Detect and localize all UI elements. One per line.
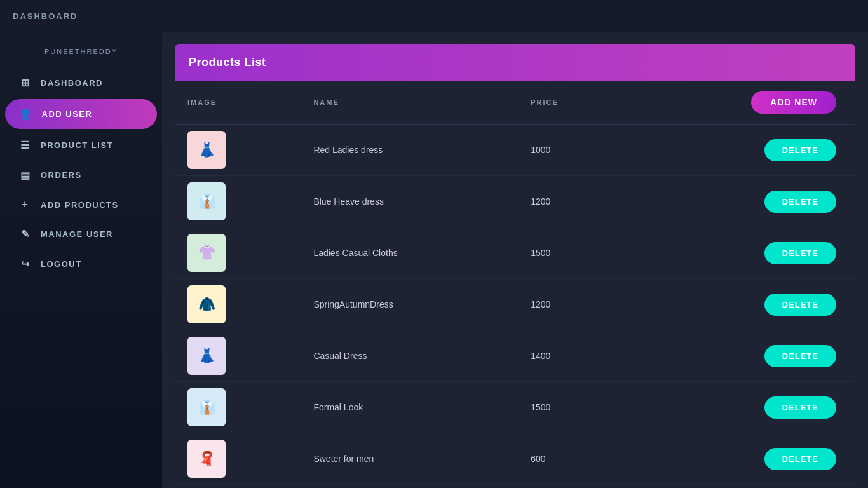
dashboard-icon: ⊞ xyxy=(19,77,32,89)
product-price: 1000 xyxy=(518,125,623,176)
product-price: 1500 xyxy=(518,382,623,433)
product-action-cell: DELETE xyxy=(623,433,855,485)
product-name: Ladies Casual Cloths xyxy=(301,227,518,279)
product-image-cell: 👗 xyxy=(175,125,301,176)
product-image-cell: 👗 xyxy=(175,330,301,382)
product-image-cell: 🧥 xyxy=(175,279,301,330)
sidebar-item-dashboard[interactable]: ⊞ DASHBOARD xyxy=(0,68,162,98)
sidebar-item-logout[interactable]: ↪ LOGOUT xyxy=(0,249,162,279)
delete-button[interactable]: DELETE xyxy=(764,139,836,161)
delete-button[interactable]: DELETE xyxy=(764,396,836,419)
product-action-cell: DELETE xyxy=(623,279,855,330)
product-image-cell: 👔 xyxy=(175,382,301,433)
col-name: NAME xyxy=(301,81,518,125)
col-action: ADD NEW xyxy=(623,81,855,125)
sidebar-item-add-user[interactable]: 👤 ADD USER xyxy=(5,99,157,129)
delete-button[interactable]: DELETE xyxy=(764,294,836,316)
product-action-cell: DELETE xyxy=(623,330,855,382)
main-layout: PUNEETHREDDY ⊞ DASHBOARD 👤 ADD USER ☰ PR… xyxy=(0,32,868,488)
sidebar-item-product-list[interactable]: ☰ PRODUCT LIST xyxy=(0,130,162,160)
delete-button[interactable]: DELETE xyxy=(764,242,836,264)
product-thumbnail: 🧥 xyxy=(187,285,226,323)
sidebar-item-manage-user-label: MANAGE USER xyxy=(41,229,113,239)
table-row: 👔Blue Heave dress1200DELETE xyxy=(175,176,855,227)
sidebar-item-add-user-label: ADD USER xyxy=(42,109,93,119)
product-action-cell: DELETE xyxy=(623,176,855,227)
sidebar-item-dashboard-label: DASHBOARD xyxy=(41,78,103,88)
product-price: 1400 xyxy=(518,330,623,382)
product-price: 1200 xyxy=(518,176,623,227)
sidebar-item-add-products-label: ADD PRODUCTS xyxy=(41,200,119,210)
product-price xyxy=(518,485,623,489)
sidebar-item-manage-user[interactable]: ✎ MANAGE USER xyxy=(0,219,162,249)
product-name: Blue Heave dress xyxy=(301,176,518,227)
sidebar-item-orders-label: ORDERS xyxy=(41,170,82,180)
sidebar-username: PUNEETHREDDY xyxy=(0,38,162,68)
product-price: 1200 xyxy=(518,279,623,330)
product-name: Casual Dress xyxy=(301,330,518,382)
add-products-icon: + xyxy=(19,199,32,210)
products-card: Products List IMAGE NAME PRICE ADD NEW 👗… xyxy=(175,44,855,488)
product-name: ... xyxy=(301,485,518,489)
product-thumbnail: 👔 xyxy=(187,388,226,426)
table-row: 🧥SpringAutumnDress1200DELETE xyxy=(175,279,855,330)
manage-user-icon: ✎ xyxy=(19,228,32,240)
table-row: 👔Formal Look1500DELETE xyxy=(175,382,855,433)
card-header: Products List xyxy=(175,44,855,81)
products-table: IMAGE NAME PRICE ADD NEW 👗Red Ladies dre… xyxy=(175,81,855,488)
sidebar-item-logout-label: LOGOUT xyxy=(41,259,82,269)
table-row: 🧣Sweter for men600DELETE xyxy=(175,433,855,485)
product-thumbnail: 🧣 xyxy=(187,440,226,478)
product-price: 600 xyxy=(518,433,623,485)
product-image-cell: 👕 xyxy=(175,485,301,489)
sidebar-item-product-list-label: PRODUCT LIST xyxy=(41,140,113,150)
table-row: 👗Casual Dress1400DELETE xyxy=(175,330,855,382)
sidebar-item-add-products[interactable]: + ADD PRODUCTS xyxy=(0,190,162,219)
product-thumbnail: 👗 xyxy=(187,131,226,169)
table-row: 👗Red Ladies dress1000DELETE xyxy=(175,125,855,176)
sidebar-item-orders[interactable]: ▤ ORDERS xyxy=(0,160,162,190)
content-area: Products List IMAGE NAME PRICE ADD NEW 👗… xyxy=(162,32,868,488)
delete-button[interactable]: DELETE xyxy=(764,448,836,470)
product-action-cell xyxy=(623,485,855,489)
table-row: 👕... xyxy=(175,485,855,489)
list-icon: ☰ xyxy=(19,139,32,151)
product-thumbnail: 👚 xyxy=(187,234,226,272)
product-image-cell: 🧣 xyxy=(175,433,301,485)
product-name: Sweter for men xyxy=(301,433,518,485)
product-action-cell: DELETE xyxy=(623,382,855,433)
logout-icon: ↪ xyxy=(19,258,32,270)
product-name: Formal Look xyxy=(301,382,518,433)
product-action-cell: DELETE xyxy=(623,227,855,279)
product-image-cell: 👔 xyxy=(175,176,301,227)
topbar: DASHBOARD xyxy=(0,0,868,32)
product-action-cell: DELETE xyxy=(623,125,855,176)
topbar-title: DASHBOARD xyxy=(13,11,78,21)
table-row: 👚Ladies Casual Cloths1500DELETE xyxy=(175,227,855,279)
product-name: SpringAutumnDress xyxy=(301,279,518,330)
delete-button[interactable]: DELETE xyxy=(764,191,836,213)
sidebar: PUNEETHREDDY ⊞ DASHBOARD 👤 ADD USER ☰ PR… xyxy=(0,32,162,488)
page-title: Products List xyxy=(189,56,266,69)
col-price: PRICE xyxy=(518,81,623,125)
user-icon: 👤 xyxy=(19,108,33,120)
orders-icon: ▤ xyxy=(19,169,32,181)
product-thumbnail: 👔 xyxy=(187,182,226,220)
product-thumbnail: 👗 xyxy=(187,337,226,375)
table-header-row: IMAGE NAME PRICE ADD NEW xyxy=(175,81,855,125)
add-new-button[interactable]: ADD NEW xyxy=(751,91,836,114)
delete-button[interactable]: DELETE xyxy=(764,345,836,367)
product-image-cell: 👚 xyxy=(175,227,301,279)
product-price: 1500 xyxy=(518,227,623,279)
col-image: IMAGE xyxy=(175,81,301,125)
product-name: Red Ladies dress xyxy=(301,125,518,176)
